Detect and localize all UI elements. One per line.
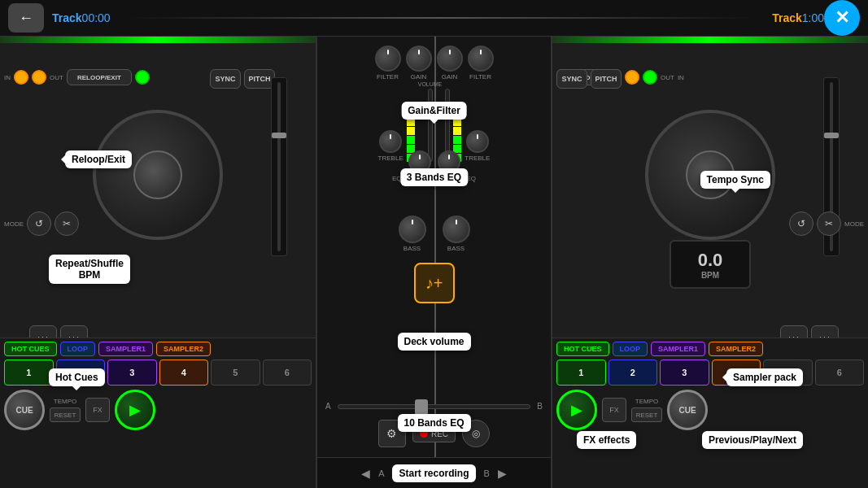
bass-left-col: BASS <box>399 216 426 252</box>
repeat-shuffle-annotation: Repeat/Shuffle BPM <box>49 255 130 284</box>
hot-cues-annotation: Hot Cues <box>49 368 105 386</box>
tab-loop-right[interactable]: LOOP <box>613 342 648 356</box>
in-dot-right[interactable] <box>643 70 657 85</box>
tempo-fader-left[interactable] <box>271 77 287 256</box>
time-right: 1:00 <box>802 11 824 24</box>
pad-5-left[interactable]: 5 <box>211 359 260 386</box>
cue-btn-right[interactable]: CUE <box>667 390 708 430</box>
filter-left-knob[interactable] <box>375 46 401 72</box>
top-knobs-row: FILTER GAIN GAIN FILTER <box>317 41 551 82</box>
pad-3-right[interactable]: 3 <box>660 359 709 386</box>
bass-row: BASS BASS <box>317 216 551 252</box>
filter-left-label: FILTER <box>377 73 399 81</box>
crossfader-thumb <box>415 399 428 416</box>
jog-inner-left <box>133 150 182 199</box>
filter-left-col: FILTER <box>375 46 401 81</box>
jog-wheel-left[interactable] <box>93 110 223 240</box>
hotcues-bottom-left: CUE TEMPO RESET FX ▶ <box>0 387 316 433</box>
pad-1-left[interactable]: 1 <box>4 359 54 386</box>
mode-label-right: MODE <box>844 220 864 228</box>
out-dot-left[interactable] <box>32 70 46 85</box>
bpm-value: 0.0 <box>698 250 723 271</box>
in-dot-left[interactable] <box>14 70 28 85</box>
hc-pads-right: 1 2 3 4 5 6 <box>552 358 868 387</box>
play-btn-right[interactable]: ▶ <box>556 390 597 430</box>
crossfader[interactable] <box>338 404 531 409</box>
pitch-btn-right[interactable]: PITCH <box>591 69 622 89</box>
tab-sampler1-right[interactable]: SAMPLER1 <box>651 342 705 356</box>
tempo-label-right: TEMPO <box>635 398 658 405</box>
sampler-pack-annotation: Sampler pack <box>726 368 803 386</box>
mode-row-left: MODE ↺ ✂ <box>4 211 79 236</box>
cue-btn-left[interactable]: CUE <box>4 390 45 430</box>
pad-3-left[interactable]: 3 <box>107 359 157 386</box>
loop-row-left: IN OUT RELOOP/EXIT <box>4 69 150 85</box>
tab-sampler2-right[interactable]: SAMPLER2 <box>709 342 763 356</box>
tab-sampler1-left[interactable]: SAMPLER1 <box>98 342 153 356</box>
sync-pitch-row-left: SYNC PITCH <box>210 69 275 89</box>
close-button[interactable]: ✕ <box>824 0 860 36</box>
gain-left-knob[interactable] <box>406 46 432 72</box>
repeat-btn-right[interactable]: ↺ <box>789 211 813 236</box>
pad-2-right[interactable]: 2 <box>608 359 658 386</box>
top-bar: ← Track 00:00 Track 1:00 ✕ <box>0 0 868 37</box>
fx-btn-left[interactable]: FX <box>85 398 110 422</box>
pad-6-right[interactable]: 6 <box>815 359 865 386</box>
sync-btn-right[interactable]: SYNC <box>556 69 587 89</box>
tempo-reset-left: TEMPO RESET <box>50 398 81 422</box>
shuffle-btn-left[interactable]: ✂ <box>55 211 79 236</box>
crossfader-row: A B <box>317 402 551 411</box>
hc-pads-left: 1 2 3 4 5 6 <box>0 358 316 387</box>
bpm-unit: BPM <box>701 271 719 280</box>
cue-label-right: CUE <box>678 406 696 415</box>
reloop-exit-btn-left[interactable]: RELOOP/EXIT <box>67 69 132 85</box>
play-btn-left[interactable]: ▶ <box>115 390 155 430</box>
gain-filter-annotation: Gain&Filter <box>401 102 467 120</box>
hotcues-section-right: HOT CUES LOOP SAMPLER1 SAMPLER2 1 2 3 4 … <box>552 338 868 488</box>
nav-arrow-left[interactable]: ◀ <box>361 467 370 480</box>
repeat-btn-left[interactable]: ↺ <box>27 211 51 236</box>
reloop-exit-annotation: Reloop/Exit <box>65 150 132 168</box>
treble-left-knob[interactable] <box>379 130 402 153</box>
filter-right-knob[interactable] <box>468 46 494 72</box>
a-nav-label: A <box>378 468 384 478</box>
three-bands-annotation: 3 Bands EQ <box>400 168 468 186</box>
tempo-sync-annotation: Tempo Sync <box>700 171 770 189</box>
tab-hot-cues-right[interactable]: HOT CUES <box>556 342 609 356</box>
volume-label: VOLUME <box>418 81 443 87</box>
out-label-left: OUT <box>50 74 63 81</box>
bass-left-knob[interactable] <box>399 216 426 243</box>
reset-btn-left[interactable]: RESET <box>50 407 81 422</box>
tab-hot-cues-left[interactable]: HOT CUES <box>4 342 57 356</box>
bass-right-knob[interactable] <box>443 216 470 243</box>
fx-btn-right[interactable]: FX <box>602 398 626 422</box>
out-label-right: OUT <box>661 74 674 81</box>
reset-btn-right[interactable]: RESET <box>631 407 662 422</box>
out-dot-right[interactable] <box>625 70 639 85</box>
start-recording-annotation: Start recording <box>392 464 475 482</box>
sample-row: ♪+ <box>317 263 551 303</box>
hotcues-bottom-right: ▶ FX TEMPO RESET CUE <box>552 387 868 433</box>
mode-row-right: ↺ ✂ MODE <box>789 211 864 236</box>
sync-btn-left[interactable]: SYNC <box>210 69 241 89</box>
tab-sampler2-left[interactable]: SAMPLER2 <box>156 342 211 356</box>
gain-right-col: GAIN <box>437 46 463 81</box>
treble-right-knob[interactable] <box>466 130 489 153</box>
pad-1-right[interactable]: 1 <box>556 359 606 386</box>
shuffle-btn-right[interactable]: ✂ <box>817 211 841 236</box>
bass-right-label: BASS <box>447 245 465 252</box>
bass-left-label: BASS <box>403 245 421 252</box>
hotcues-section-left: HOT CUES LOOP SAMPLER1 SAMPLER2 1 2 3 4 … <box>0 338 316 488</box>
gain-left-label: GAIN <box>411 73 427 81</box>
sample-btn[interactable]: ♪+ <box>414 263 455 303</box>
led-green-left <box>135 70 150 85</box>
tab-loop-left[interactable]: LOOP <box>60 342 96 356</box>
gain-right-knob[interactable] <box>437 46 463 72</box>
bass-right-col: BASS <box>443 216 470 252</box>
in-label-right: IN <box>678 74 684 81</box>
pad-6-left[interactable]: 6 <box>263 359 312 386</box>
hotcues-tabs-left: HOT CUES LOOP SAMPLER1 SAMPLER2 <box>0 338 316 358</box>
nav-arrow-right[interactable]: ▶ <box>498 467 507 480</box>
back-button[interactable]: ← <box>8 3 44 33</box>
pad-4-left[interactable]: 4 <box>159 359 209 386</box>
